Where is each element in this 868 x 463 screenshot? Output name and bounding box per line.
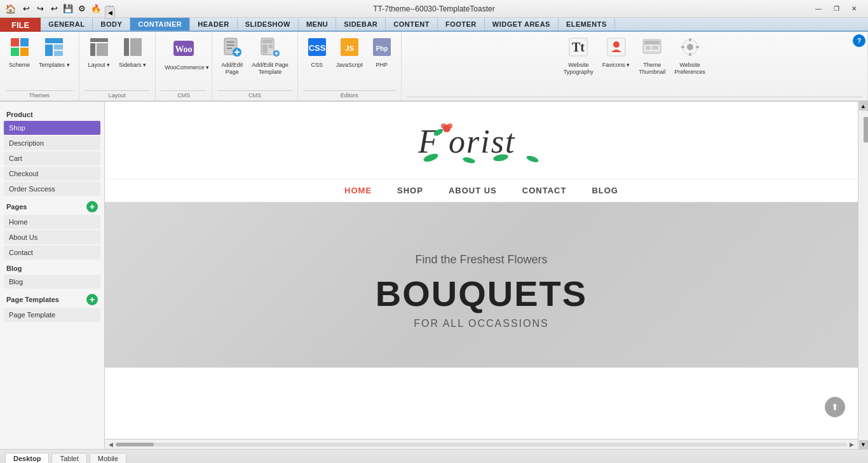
- redo-icon[interactable]: ↪: [34, 3, 46, 15]
- scroll-up-btn[interactable]: ▲: [859, 102, 868, 111]
- editors-label: Editors: [303, 90, 396, 100]
- tab-elements[interactable]: ELEMENTS: [559, 18, 615, 31]
- sidebar-item-contact[interactable]: Contact: [4, 245, 100, 259]
- horizontal-scrollbar[interactable]: ◀ ▶: [105, 439, 858, 449]
- nav-contact[interactable]: CONTACT: [522, 186, 567, 195]
- scroll-to-top-button[interactable]: ⬆: [825, 397, 845, 417]
- favicons-button[interactable]: Favicons ▾: [599, 34, 634, 71]
- add-template-label: Add/Edit PageTemplate: [252, 62, 288, 76]
- tab-general[interactable]: GENERAL: [41, 18, 93, 31]
- hero-subtitle: Find the Freshest Flowers: [105, 253, 858, 266]
- scroll-track[interactable]: [116, 443, 847, 446]
- site-header: F orist: [105, 102, 858, 179]
- layout-icon: [89, 37, 109, 60]
- svg-point-45: [687, 44, 693, 50]
- preferences-button[interactable]: WebsitePreferences: [670, 34, 709, 78]
- layout-button[interactable]: Layout ▾: [85, 34, 114, 71]
- css-button[interactable]: CSS CSS: [303, 34, 331, 71]
- sidebar-section-page-templates: Page Templates +: [4, 290, 100, 308]
- svg-rect-24: [262, 45, 268, 53]
- tab-widget-areas[interactable]: WIDGET AREAS: [485, 18, 559, 31]
- add-template-icon: [260, 37, 280, 60]
- fire-icon[interactable]: 🔥: [90, 3, 102, 15]
- tab-slideshow[interactable]: SLIDESHOW: [238, 18, 299, 31]
- help-button[interactable]: ?: [853, 34, 865, 47]
- svg-rect-46: [689, 38, 691, 41]
- view-desktop[interactable]: Desktop: [5, 453, 49, 464]
- sidebar-item-cart[interactable]: Cart: [4, 151, 100, 165]
- sidebar-item-about-us[interactable]: About Us: [4, 230, 100, 244]
- ribbon-section-editors: CSS CSS JS JavaScript: [298, 32, 402, 100]
- css-icon: CSS: [307, 37, 327, 60]
- woocommerce-button[interactable]: Woo WooCommerce ▾: [161, 34, 207, 74]
- close-button[interactable]: ✕: [845, 3, 863, 15]
- svg-rect-4: [45, 38, 63, 43]
- title-bar: 🏠 ↩ ↪ ↩ 💾 ⚙ 🔥 W TT-7theme--60030-Templat…: [0, 0, 868, 18]
- maximize-button[interactable]: ❐: [827, 3, 845, 15]
- svg-rect-2: [11, 48, 19, 56]
- svg-rect-25: [269, 45, 273, 48]
- add-page-button[interactable]: +: [86, 201, 98, 212]
- sidebar-item-home[interactable]: Home: [4, 215, 100, 229]
- scroll-thumb[interactable]: [116, 443, 154, 446]
- typography-button[interactable]: Tt WebsiteTypography: [560, 34, 597, 78]
- scroll-indicator: [864, 117, 869, 142]
- nav-about[interactable]: ABOUT US: [449, 186, 497, 195]
- settings-icon[interactable]: ⚙: [76, 3, 88, 15]
- vertical-scrollbar[interactable]: ▲ ▼: [858, 102, 868, 449]
- tab-menu[interactable]: MENU: [299, 18, 336, 31]
- sidebar-item-shop[interactable]: Shop: [4, 121, 100, 135]
- nav-blog[interactable]: BLOG: [592, 186, 618, 195]
- preview-area: F orist: [105, 102, 858, 449]
- preferences-label: WebsitePreferences: [674, 62, 705, 76]
- site-logo: F orist: [105, 114, 858, 172]
- scroll-right-arrow[interactable]: ▶: [848, 441, 855, 448]
- sidebar-item-order-success[interactable]: Order Success: [4, 182, 100, 196]
- sidebar-section-product: Product: [4, 107, 100, 121]
- javascript-button[interactable]: JS JavaScript: [332, 34, 367, 71]
- nav-home[interactable]: HOME: [344, 186, 372, 195]
- php-button[interactable]: Php PHP: [368, 34, 396, 71]
- typography-label: WebsiteTypography: [564, 62, 593, 76]
- sidebars-button[interactable]: Sidebars ▾: [115, 34, 150, 71]
- tab-sidebar[interactable]: SIDEBAR: [336, 18, 386, 31]
- svg-text:JS: JS: [345, 45, 353, 52]
- templates-button[interactable]: Templates ▾: [35, 34, 74, 71]
- svg-rect-0: [11, 38, 19, 46]
- tab-container[interactable]: CONTAINER: [130, 18, 190, 31]
- sidebar-item-checkout[interactable]: Checkout: [4, 167, 100, 181]
- scroll-down-btn[interactable]: ▼: [859, 440, 868, 449]
- svg-point-52: [441, 123, 446, 128]
- svg-point-59: [526, 155, 539, 163]
- tab-footer[interactable]: FOOTER: [438, 18, 485, 31]
- view-tablet[interactable]: Tablet: [51, 453, 86, 464]
- tab-body[interactable]: BODY: [93, 18, 130, 31]
- bottom-bar: Desktop Tablet Mobile: [0, 449, 868, 463]
- save-icon[interactable]: 💾: [62, 3, 74, 15]
- file-tab[interactable]: FILE: [0, 18, 41, 32]
- tab-content[interactable]: CONTENT: [386, 18, 438, 31]
- minimize-button[interactable]: —: [810, 3, 827, 15]
- sidebar: Product Shop Description Cart Checkout O…: [0, 102, 105, 449]
- sidebar-item-page-template[interactable]: Page Template: [4, 308, 100, 322]
- scheme-button[interactable]: Scheme: [5, 34, 34, 71]
- quick-access-toolbar: ↩ ↪ ↩ 💾 ⚙ 🔥 W: [20, 3, 116, 15]
- scroll-left-arrow[interactable]: ◀: [107, 441, 114, 448]
- svg-rect-48: [681, 46, 684, 48]
- collapse-sidebar-button[interactable]: ◀: [105, 6, 115, 19]
- svg-rect-43: [652, 46, 658, 50]
- nav-shop[interactable]: SHOP: [397, 186, 423, 195]
- thumbnail-button[interactable]: ThemeThumbnail: [635, 34, 669, 78]
- site-nav: HOME SHOP ABOUT US CONTACT BLOG: [105, 179, 858, 202]
- sidebar-item-description[interactable]: Description: [4, 136, 100, 150]
- preview-scroll[interactable]: F orist: [105, 102, 858, 439]
- undo2-icon[interactable]: ↩: [48, 3, 60, 15]
- typography-icon: Tt: [568, 37, 588, 60]
- add-edit-template-button[interactable]: Add/Edit PageTemplate: [248, 34, 292, 78]
- add-template-btn[interactable]: +: [86, 294, 98, 305]
- add-edit-page-button[interactable]: Add/EditPage: [217, 34, 247, 78]
- sidebar-item-blog[interactable]: Blog: [4, 275, 100, 289]
- undo-icon[interactable]: ↩: [20, 3, 32, 15]
- view-mobile[interactable]: Mobile: [90, 453, 126, 464]
- tab-header[interactable]: HEADER: [190, 18, 237, 31]
